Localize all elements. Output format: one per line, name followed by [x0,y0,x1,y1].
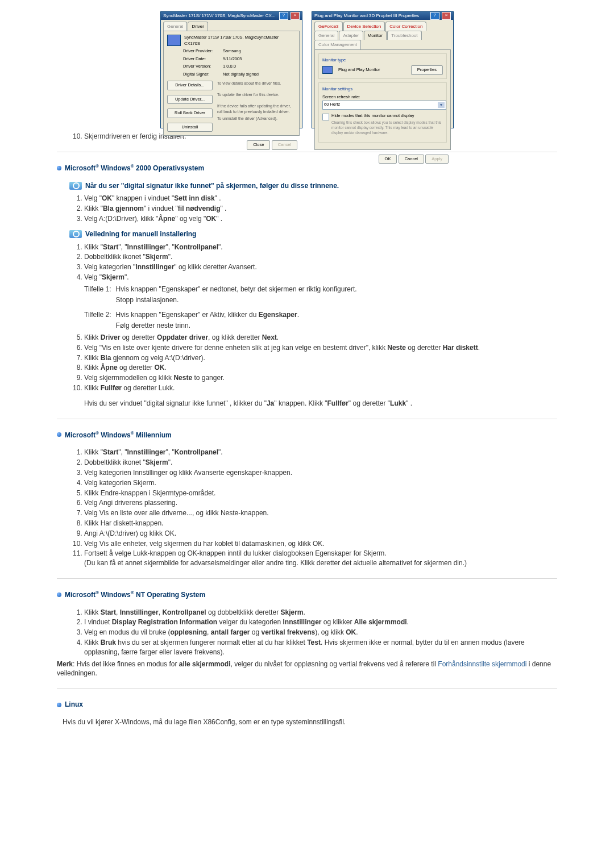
case-2-text-b: Følg deretter neste trinn. [116,321,190,331]
tab-color-management[interactable]: Color Management [314,40,361,49]
rollback-driver-button[interactable]: Roll Back Driver [167,108,213,118]
date-label: Driver Date: [183,56,223,62]
monitor-type-value: Plug and Play Monitor [338,67,380,73]
list-item-text: Fortsett å velge Lukk-knappen og OK-knap… [84,549,387,557]
separator [57,578,557,579]
tab-color-correction[interactable]: Color Correction [385,22,426,31]
list-item: Velg skjermmodellen og klikk Neste to ga… [84,373,557,383]
tilfelle-block: Tilfelle 1: Hvis knappen "Egenskaper" er… [84,285,557,331]
list-item: Velg kategorien Innstillinger og klikk A… [84,468,557,478]
list-item: Klikk Endre-knappen i Skjermtype-området… [84,489,557,498]
separator [57,152,557,153]
cancel-button: Cancel [272,140,297,150]
version-value: 1.0.0.0 [223,64,236,70]
bullet-icon [57,592,61,597]
preset-modes-link[interactable]: Forhåndsinnstilte skjermmodi [438,660,526,668]
chevron-down-icon: ▾ [438,102,445,108]
section-linux: Linux [57,700,557,710]
magnifier-icon [69,230,82,238]
refresh-label: Screen refresh rate: [322,94,443,101]
me-paren: (Du kan få et annet skjermbilde for adva… [84,559,467,567]
refresh-rate-select[interactable]: 60 Hertz ▾ [322,101,446,110]
titlebar: Plug and Play Monitor and 3D Prophet III… [312,12,453,20]
provider-label: Driver Provider: [183,48,223,55]
date-value: 9/11/2005 [223,56,242,62]
close-icon[interactable]: × [291,12,300,20]
list-item: Klikk "Bla gjennom" i vinduet "fil nødve… [84,204,557,214]
list-item: Dobbeltklikk ikonet "Skjerm". [84,458,557,468]
list-item: Velg A:(D:\Driver), klikk "Åpne" og velg… [84,214,557,224]
separator [57,419,557,420]
update-driver-button[interactable]: Update Driver... [167,95,213,105]
list-item: Velg "Skjerm". [84,273,557,282]
subsection-digital-signature: Når du ser "digital signatur ikke funnet… [69,181,557,191]
tab-strip: General Driver [161,20,302,31]
close-icon[interactable]: × [442,12,451,20]
list-item: Velg kategorien "Innstillinger" og klikk… [84,262,557,272]
hide-modes-checkbox[interactable]: Hide modes that this monitor cannot disp… [322,113,443,136]
dialog-bottom-buttons: OK Cancel Apply [312,152,453,168]
manual-install-steps-b: Klikk Driver og deretter Oppdater driver… [57,333,557,393]
list-item: Velg "OK" knappen i vinduet "Sett inn di… [84,194,557,203]
provider-value: Samsung [223,48,241,55]
driver-details-button[interactable]: Driver Details... [167,81,213,90]
checkbox-box [322,114,329,120]
tab-device-selection[interactable]: Device Selection [343,22,385,31]
list-item: Velg Angi driverens plassering. [84,498,557,508]
linux-paragraph: Hvis du vil kjører X-Windows, må du lage… [63,717,557,727]
dialog-bottom-buttons: Close Cancel [161,138,302,153]
monitor-icon [322,66,333,74]
tab-general[interactable]: General [314,31,338,40]
separator [57,688,557,690]
manual-install-steps-a: Klikk "Start", "Innstillinger", "Kontrol… [57,243,557,282]
case-1-text: Hvis knappen "Egenskaper" er nedtonet, b… [116,285,357,294]
window-buttons: ? × [429,12,451,20]
device-row: SyncMaster 171S/ 171B/ 170S, MagicSyncMa… [167,35,296,47]
list-item: Klikk Åpne og deretter OK. [84,363,557,373]
monitor-icon [167,35,181,46]
section-title: Microsoft® Windows® NT Operating System [65,590,205,600]
case-1-text-b: Stopp installasjonen. [116,295,179,305]
tab-monitor[interactable]: Monitor [364,31,387,40]
section-windows-nt: Microsoft® Windows® NT Operating System [57,590,557,600]
monitor-properties-dialog: Plug and Play Monitor and 3D Prophet III… [312,11,454,128]
section-title: Linux [65,700,83,710]
version-label: Driver Version: [183,64,223,70]
monitor-settings-label: Monitor settings [322,86,443,93]
screenshots-row: SyncMaster 171S/ 171V/ 170S, MagicSyncMa… [57,11,557,128]
tab-geforce[interactable]: GeForce3 [314,22,343,31]
case-2-label: Tilfelle 2: [84,310,111,320]
list-item: Klikk Start, Innstillinger, Kontrollpane… [84,608,557,617]
digital-signature-steps: Velg "OK" knappen i vinduet "Sett inn di… [57,194,557,223]
list-item: Fortsett å velge Lukk-knappen og OK-knap… [84,549,557,568]
tab-troubleshoot[interactable]: Troubleshoot [387,31,421,40]
dialog-title: SyncMaster 171S/ 171V/ 170S, MagicSyncMa… [163,12,275,19]
bullet-icon [57,166,61,170]
list-item: Velg "Vis en liste over kjente drivere f… [84,343,557,353]
magnifier-icon [69,182,82,190]
tab-strip: GeForce3 Device Selection Color Correcti… [312,20,453,49]
help-icon[interactable]: ? [279,12,288,20]
list-item: Klikk "Start", "Innstillinger", "Kontrol… [84,243,557,252]
update-desc: To update the driver for this device. [217,92,296,103]
properties-button[interactable]: Properties [411,65,443,75]
list-item: Velg Vis alle enheter, velg skjermen du … [84,539,557,549]
monitor-type-group: Monitor type Plug and Play Monitor Prope… [318,53,447,79]
cancel-button[interactable]: Cancel [399,155,424,164]
list-item: Velg kategorien Skjerm. [84,478,557,488]
section-windows-me: Microsoft® Windows® Millennium [57,430,557,440]
merk-note: Merk: Hvis det ikke finnes en modus for … [57,660,557,679]
signer-label: Digital Signer: [183,72,223,78]
help-icon[interactable]: ? [430,12,439,20]
tab-general[interactable]: General [163,22,187,31]
uninstall-button[interactable]: Uninstall [167,123,213,132]
refresh-rate-value: 60 Hertz [324,102,340,108]
list-item: Dobbeltklikk ikonet "Skjerm". [84,252,557,262]
driver-properties-dialog: SyncMaster 171S/ 171V/ 170S, MagicSyncMa… [160,11,302,128]
signer-value: Not digitally signed [223,72,259,78]
tab-driver[interactable]: Driver [188,22,208,31]
step-10-list: Skjermdriveren er ferdig installert. [57,132,557,141]
close-button[interactable]: Close [247,140,270,150]
tab-adapter[interactable]: Adapter [339,31,363,40]
ok-button[interactable]: OK [379,155,397,164]
